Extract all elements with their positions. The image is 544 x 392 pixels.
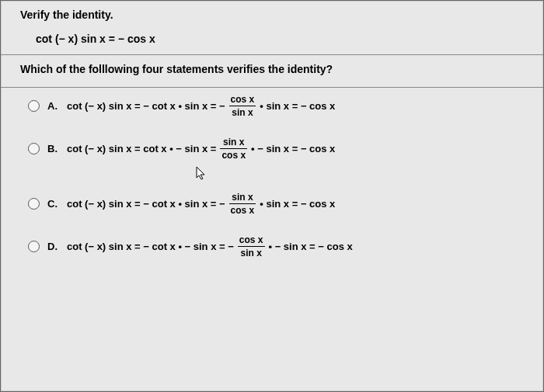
option-d-letter: D. [47,241,58,252]
fraction: sin x cos x [220,137,247,161]
fraction: cos x sin x [229,94,256,118]
prompt-text: Verify the identity. [1,1,543,29]
question-panel: Verify the identity. cot (− x) sin x = −… [0,0,544,392]
sub-prompt-text: Which of the folllowing four statements … [1,55,543,87]
prompt-section: Verify the identity. cot (− x) sin x = −… [1,1,543,55]
option-b[interactable]: B. cot (− x) sin x = cot x • − sin x = s… [28,137,524,161]
radio-c[interactable] [28,198,40,210]
identity-equation: cot (− x) sin x = − cos x [1,29,543,54]
option-b-math: cot (− x) sin x = cot x • − sin x = sin … [65,137,337,161]
radio-d[interactable] [28,241,40,252]
cursor-icon [195,165,207,181]
option-c-math: cot (− x) sin x = − cot x • sin x = − si… [65,192,337,216]
option-c-letter: C. [47,198,58,210]
option-a[interactable]: A. cot (− x) sin x = − cot x • sin x = −… [28,94,524,118]
sub-prompt-section: Which of the folllowing four statements … [1,55,543,88]
option-d-math: cot (− x) sin x = − cot x • − sin x = − … [65,234,354,258]
options-group: A. cot (− x) sin x = − cot x • sin x = −… [1,88,543,285]
radio-a[interactable] [28,100,40,112]
fraction: cos x sin x [238,234,265,258]
window: Verify the identity. cot (− x) sin x = −… [0,0,544,392]
option-c[interactable]: C. cot (− x) sin x = − cot x • sin x = −… [28,192,524,216]
option-a-math: cot (− x) sin x = − cot x • sin x = − co… [65,94,337,118]
radio-b[interactable] [28,143,40,154]
option-d[interactable]: D. cot (− x) sin x = − cot x • − sin x =… [28,234,524,258]
fraction: sin x cos x [229,192,256,216]
option-a-letter: A. [47,100,58,112]
option-b-letter: B. [47,143,58,154]
